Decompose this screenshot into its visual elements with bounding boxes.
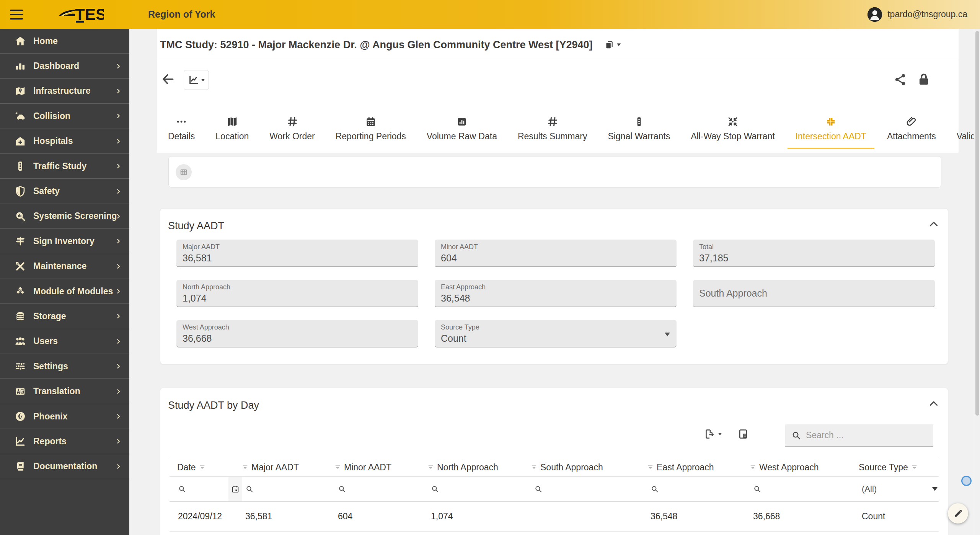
search-input[interactable] — [806, 430, 921, 440]
chevron-right-icon — [115, 388, 122, 395]
filter-cell-date[interactable] — [170, 477, 242, 501]
sidebar-item-hospitals[interactable]: Hospitals — [0, 129, 129, 154]
edit-fab-button[interactable] — [948, 503, 968, 524]
column-header-north-approach[interactable]: North Approach — [428, 458, 531, 476]
tab-volume-raw-data[interactable]: Volume Raw Data — [416, 99, 507, 149]
sidebar-item-translation[interactable]: Translation — [0, 379, 129, 404]
user-menu[interactable]: tpardo@tnsgroup.ca — [867, 0, 967, 29]
sidebar-item-phoenix[interactable]: Phoenix — [0, 404, 129, 429]
column-header-east-approach[interactable]: East Approach — [647, 458, 750, 476]
filter-cell-source-type[interactable]: (All) — [859, 477, 939, 501]
header-filter-icon[interactable] — [647, 465, 653, 470]
svg-text:T: T — [75, 5, 85, 23]
search-icon — [178, 485, 186, 493]
cell-east-approach: 36,548 — [647, 502, 750, 531]
page-header: TMC Study: 52910 - Major Mackenzie Dr. @… — [157, 29, 959, 153]
table-tool-button[interactable] — [176, 164, 192, 180]
tab-work-order[interactable]: Work Order — [259, 99, 325, 149]
scrollbar-thumb[interactable] — [975, 31, 979, 416]
sidebar-item-traffic-study[interactable]: Traffic Study — [0, 154, 129, 179]
chart-menu-button[interactable] — [184, 70, 209, 90]
search-icon — [245, 485, 254, 493]
traffic-light-icon — [633, 116, 645, 128]
tab-results-summary[interactable]: Results Summary — [507, 99, 597, 149]
home-icon — [14, 34, 27, 47]
column-header-west-approach[interactable]: West Approach — [750, 458, 859, 476]
tab-attachments[interactable]: Attachments — [877, 99, 946, 149]
date-filter-calendar-button[interactable] — [228, 477, 242, 501]
header-filter-icon[interactable] — [199, 465, 205, 470]
tab-all-way-stop-warrant[interactable]: All-Way Stop Warrant — [680, 99, 785, 149]
status-dot — [961, 476, 972, 486]
caret-down-icon — [616, 43, 621, 47]
chevron-right-icon — [115, 138, 122, 145]
sidebar-item-documentation[interactable]: Documentation — [0, 454, 129, 479]
header-filter-icon[interactable] — [242, 465, 248, 470]
sidebar-item-settings[interactable]: Settings — [0, 354, 129, 379]
column-header-major-aadt[interactable]: Major AADT — [242, 458, 335, 476]
tab-signal-warrants[interactable]: Signal Warrants — [597, 99, 680, 149]
header-filter-icon[interactable] — [531, 465, 537, 470]
header-filter-icon[interactable] — [335, 465, 341, 470]
car-crash-icon — [14, 109, 27, 122]
sidebar-item-storage[interactable]: Storage — [0, 304, 129, 329]
map-icon — [227, 116, 238, 128]
filter-cell-minor-aadt[interactable] — [335, 477, 428, 501]
copy-study-button[interactable] — [604, 40, 621, 50]
caret-down-icon[interactable] — [932, 486, 938, 493]
filter-cell-north-approach[interactable] — [428, 477, 531, 501]
header-filter-icon[interactable] — [750, 465, 756, 470]
sidebar-item-systemic-screening[interactable]: Systemic Screening — [0, 204, 129, 229]
column-header-date[interactable]: Date — [170, 458, 242, 476]
column-header-source-type[interactable]: Source Type — [859, 458, 939, 476]
sidebar-item-users[interactable]: Users — [0, 329, 129, 354]
vertical-scrollbar[interactable] — [974, 29, 980, 535]
hash-icon — [287, 116, 298, 128]
cubes-icon — [14, 285, 27, 298]
sidebar-item-collision[interactable]: Collision — [0, 104, 129, 129]
column-header-south-approach[interactable]: South Approach — [531, 458, 647, 476]
column-header-minor-aadt[interactable]: Minor AADT — [335, 458, 428, 476]
cell-minor-aadt: 604 — [335, 502, 428, 531]
header-filter-icon[interactable] — [428, 465, 434, 470]
sidebar-item-home[interactable]: Home — [0, 29, 129, 54]
filter-cell-major-aadt[interactable] — [242, 477, 335, 501]
tab-details[interactable]: Details — [158, 99, 205, 149]
topbar: T ES Region of York tpardo@tnsgroup.ca — [0, 0, 980, 29]
search-icon — [534, 485, 543, 493]
sidebar-item-sign-inventory[interactable]: Sign Inventory — [0, 229, 129, 254]
map-pin-icon — [14, 85, 27, 98]
dashboard-icon — [14, 60, 27, 73]
sidebar-item-module-of-modules[interactable]: Module of Modules — [0, 279, 129, 304]
sidebar-item-infrastructure[interactable]: Infrastructure — [0, 79, 129, 104]
chevron-right-icon — [115, 438, 122, 445]
sidebar-item-reports[interactable]: Reports — [0, 429, 129, 454]
filter-cell-west-approach[interactable] — [750, 477, 859, 501]
share-button[interactable] — [894, 73, 907, 88]
lock-button[interactable] — [916, 72, 931, 88]
hamburger-menu-icon[interactable] — [10, 10, 23, 20]
page-title: TMC Study: 52910 - Major Mackenzie Dr. @… — [160, 39, 593, 51]
export-button[interactable] — [704, 428, 722, 440]
back-button[interactable] — [161, 72, 175, 88]
sidebar-item-safety[interactable]: Safety — [0, 179, 129, 204]
collapse-chevron-up-icon[interactable] — [928, 219, 939, 232]
source-type-select[interactable]: Source Type Count — [435, 320, 677, 347]
table-row[interactable]: 2024/09/12 36,581 604 1,074 36,548 36,66… — [170, 502, 939, 532]
tab-intersection-aadt[interactable]: Intersection AADT — [785, 99, 877, 149]
hash-icon — [547, 116, 558, 128]
filter-cell-south-approach[interactable] — [531, 477, 647, 501]
east-approach-field: East Approach 36,548 — [435, 280, 677, 307]
tab-reporting-periods[interactable]: Reporting Periods — [325, 99, 416, 149]
sidebar-item-maintenance[interactable]: Maintenance — [0, 254, 129, 279]
chevron-right-icon — [115, 413, 122, 420]
sidebar-item-dashboard[interactable]: Dashboard — [0, 54, 129, 78]
search-icon — [338, 485, 346, 493]
chevron-right-icon — [115, 263, 122, 270]
tab-location[interactable]: Location — [205, 99, 259, 149]
svg-text:ES: ES — [85, 5, 104, 23]
collapse-chevron-up-icon[interactable] — [928, 398, 939, 411]
column-chooser-button[interactable] — [737, 428, 749, 441]
header-filter-icon[interactable] — [912, 465, 917, 470]
filter-cell-east-approach[interactable] — [647, 477, 750, 501]
